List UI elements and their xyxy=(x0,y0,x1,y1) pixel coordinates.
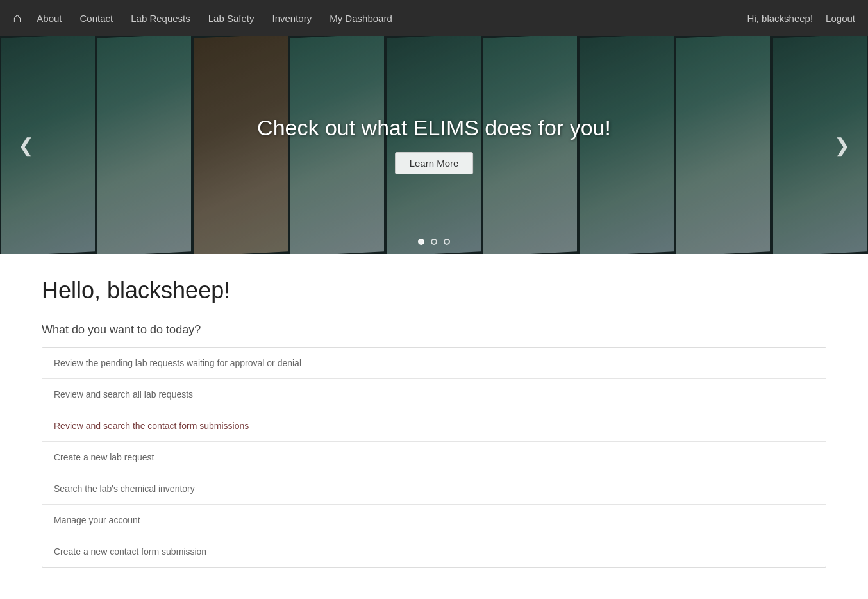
carousel-dot-1[interactable] xyxy=(418,239,424,245)
logout-button[interactable]: Logout xyxy=(826,13,855,24)
user-greeting: Hi, blacksheep! xyxy=(747,13,814,24)
carousel: ❮ Check out what ELIMS does for you! Lea… xyxy=(0,36,868,254)
main-content: Hello, blacksheep! What do you want to d… xyxy=(24,254,844,593)
action-item-contact-submissions[interactable]: Review and search the contact form submi… xyxy=(42,410,826,442)
nav-link-lab-requests[interactable]: Lab Requests xyxy=(131,13,190,24)
action-item-chemical-inventory[interactable]: Search the lab's chemical inventory xyxy=(42,473,826,505)
action-list: Review the pending lab requests waiting … xyxy=(42,347,826,568)
action-item-pending-requests[interactable]: Review the pending lab requests waiting … xyxy=(42,348,826,379)
nav-links: About Contact Lab Requests Lab Safety In… xyxy=(37,13,747,24)
nav-link-about[interactable]: About xyxy=(37,13,62,24)
nav-link-inventory[interactable]: Inventory xyxy=(272,13,312,24)
section-title: What do you want to do today? xyxy=(42,323,826,337)
nav-link-lab-safety[interactable]: Lab Safety xyxy=(208,13,255,24)
action-item-all-requests[interactable]: Review and search all lab requests xyxy=(42,379,826,410)
carousel-content: Check out what ELIMS does for you! Learn… xyxy=(257,115,611,174)
carousel-dot-2[interactable] xyxy=(431,239,437,245)
action-item-new-request[interactable]: Create a new lab request xyxy=(42,442,826,473)
carousel-dots xyxy=(418,239,450,245)
action-item-new-contact-submission[interactable]: Create a new contact form submission xyxy=(42,536,826,567)
carousel-next-arrow[interactable]: ❯ xyxy=(822,128,862,163)
carousel-learn-more-button[interactable]: Learn More xyxy=(395,152,474,174)
carousel-title: Check out what ELIMS does for you! xyxy=(257,115,611,140)
carousel-prev-arrow[interactable]: ❮ xyxy=(6,128,46,163)
action-item-manage-account[interactable]: Manage your account xyxy=(42,505,826,536)
nav-right: Hi, blacksheep! Logout xyxy=(747,13,855,24)
carousel-dot-3[interactable] xyxy=(444,239,450,245)
navbar: ⌂ About Contact Lab Requests Lab Safety … xyxy=(0,0,868,36)
nav-link-my-dashboard[interactable]: My Dashboard xyxy=(330,13,392,24)
home-icon[interactable]: ⌂ xyxy=(13,10,21,26)
user-greeting-heading: Hello, blacksheep! xyxy=(42,277,826,304)
nav-link-contact[interactable]: Contact xyxy=(80,13,113,24)
